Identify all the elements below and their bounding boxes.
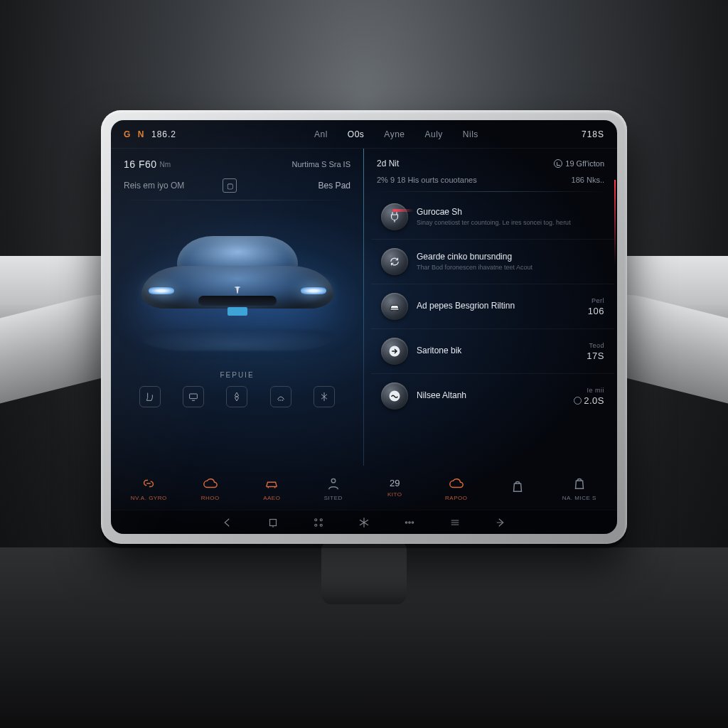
system-bar (111, 510, 617, 534)
list-item[interactable]: Nilsee Altanh Ie mii2.0S (371, 374, 614, 418)
tab-4[interactable]: Nils (463, 129, 478, 139)
nav-item-4[interactable]: 29KITO (370, 478, 419, 498)
circle-icon (574, 397, 582, 405)
left-heading: 16 F60 (124, 159, 157, 170)
item-title: Saritone bik (417, 346, 579, 355)
mode-indicator: N (138, 129, 144, 139)
person-icon (323, 475, 343, 492)
quick-actions (111, 379, 363, 407)
box-icon[interactable]: ▢ (223, 178, 237, 193)
car2-icon (262, 475, 282, 492)
left-heading-unit: Nm (160, 161, 171, 168)
svg-point-11 (412, 521, 413, 523)
tab-0[interactable]: Anl (314, 129, 328, 139)
svg-point-10 (409, 521, 410, 523)
nav-item-0[interactable]: NV.A. GYRO (124, 475, 173, 501)
plug-icon (381, 203, 408, 230)
item-desc: Sinay conetiost ter countoing. Le ires s… (417, 219, 604, 228)
vehicle-visual (111, 203, 363, 367)
tab-2[interactable]: Ayne (384, 129, 405, 139)
wave-icon (381, 382, 408, 410)
cloud-icon (446, 475, 466, 492)
bottom-nav: NV.A. GYRO RHOO AAEO SITED 29KITO RAPOO … (111, 466, 617, 510)
info-list: Gurocae Sh Sinay conetiost ter countoing… (364, 192, 617, 418)
cloud-icon (200, 475, 220, 492)
item-title: Nilsee Altanh (417, 390, 567, 400)
svg-point-5 (315, 518, 317, 520)
link-icon (139, 475, 159, 492)
status-right: 718S (582, 129, 604, 139)
car-icon (381, 293, 408, 320)
nav-item-2[interactable]: AAEO (247, 475, 296, 501)
nav-item-6[interactable] (493, 478, 542, 498)
accent-line (614, 180, 616, 265)
list-item[interactable]: Ad pepes Besgrion Riltinn Perl106 (371, 284, 614, 329)
more-icon[interactable] (403, 516, 416, 529)
quick-fan-icon[interactable] (226, 386, 247, 407)
right-panel: 2d Nit 19 Gfl'icton 2% 9 18 His ourts co… (364, 149, 617, 466)
arrow-icon (381, 338, 408, 365)
quick-mode-icon[interactable] (314, 386, 335, 407)
nav-item-5[interactable]: RAPOO (432, 475, 481, 501)
left-sub-right: Bes Pad (318, 181, 350, 191)
back-icon[interactable] (221, 516, 234, 529)
svg-point-6 (320, 518, 322, 520)
forward-icon[interactable] (494, 516, 507, 529)
nav-item-3[interactable]: SITED (309, 475, 358, 501)
nav-item-1[interactable]: RHOO (186, 475, 235, 501)
apps-icon[interactable] (312, 516, 325, 529)
bag-icon (508, 478, 528, 495)
right-heading-meta: 19 Gfl'icton (554, 159, 604, 168)
top-tabs: Anl O0s Ayne Auly Nils (314, 129, 478, 139)
svg-point-7 (315, 524, 317, 526)
section-label: FEPUIE (111, 371, 363, 379)
divider (121, 200, 353, 200)
quick-display-icon[interactable] (183, 386, 204, 407)
item-desc: Thar Bod foronescen ihavatne teet Acout (417, 264, 604, 272)
gear-indicator: G (124, 129, 131, 139)
svg-rect-0 (190, 394, 198, 399)
svg-point-9 (405, 521, 407, 523)
item-title: Gearde cinko bnursnding (417, 252, 604, 262)
item-value: Teod17S (587, 342, 604, 361)
left-heading-right: Nurtima S Sra IS (291, 160, 350, 168)
bag-icon (569, 475, 589, 492)
infotainment-screen: G N 186.2 Anl O0s Ayne Auly Nils 718S 16… (111, 120, 617, 534)
tab-3[interactable]: Auly (425, 129, 443, 139)
left-panel: 16 F60 Nm Nurtima S Sra IS Reis em iyo O… (111, 149, 364, 466)
item-value: Ie mii2.0S (574, 387, 604, 406)
svg-point-8 (320, 524, 322, 526)
item-title: Gurocae Sh (417, 207, 604, 217)
nav-text: 29 (373, 478, 416, 488)
square-icon[interactable] (267, 516, 279, 529)
brand-logo-icon (232, 284, 242, 296)
list-item[interactable]: Gurocae Sh Sinay conetiost ter countoing… (371, 195, 614, 240)
right-sub-right: 186 Nks.. (572, 176, 604, 184)
item-value: Perl106 (588, 297, 604, 316)
quick-defrost-icon[interactable] (270, 386, 291, 407)
status-number: 186.2 (151, 129, 176, 139)
list-item[interactable]: Saritone bik Teod17S (371, 329, 614, 374)
quick-seat-icon[interactable] (139, 386, 161, 407)
burger-icon[interactable] (449, 516, 461, 529)
snow-icon[interactable] (358, 516, 370, 529)
tab-1[interactable]: O0s (348, 129, 365, 139)
right-heading: 2d Nit (377, 159, 399, 168)
svg-point-3 (331, 478, 336, 483)
left-sub-label: Reis em iyo OM (124, 181, 184, 191)
list-item[interactable]: Gearde cinko bnursnding Thar Bod forones… (371, 240, 614, 284)
item-title: Ad pepes Besgrion Riltinn (417, 301, 581, 311)
nav-item-7[interactable]: NA. MICE S (555, 475, 604, 501)
svg-rect-4 (270, 519, 277, 525)
clock-icon (554, 159, 562, 168)
tablet-device: G N 186.2 Anl O0s Ayne Auly Nils 718S 16… (101, 110, 627, 544)
right-sub-left: 2% 9 18 His ourts couotanes (377, 176, 477, 184)
status-bar: G N 186.2 Anl O0s Ayne Auly Nils 718S (111, 120, 617, 149)
loop-icon (381, 248, 408, 275)
